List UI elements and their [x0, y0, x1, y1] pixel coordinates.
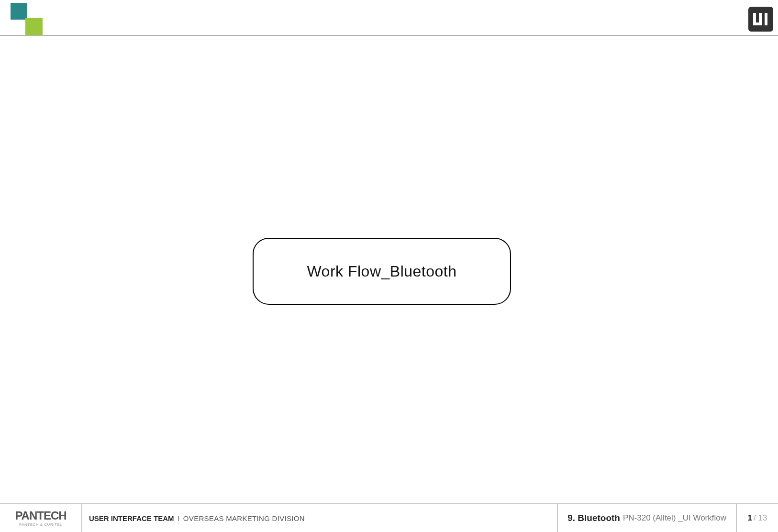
title-box: Work Flow_Bluetooth	[253, 238, 511, 305]
team-division: OVERSEAS MARKETING DIVISION	[183, 514, 305, 522]
logo-square-teal	[11, 3, 27, 20]
footer-logo: PANTECH PANTECH & CURITEL	[0, 504, 82, 532]
svg-rect-2	[759, 13, 762, 25]
section-number: 9. Bluetooth	[567, 513, 620, 523]
svg-rect-3	[765, 13, 767, 25]
footer-section-block: 9. Bluetooth PN-320 (Alltel) _UI Workflo…	[557, 504, 736, 532]
header-logo-squares	[11, 3, 44, 35]
brand-subline: PANTECH & CURITEL	[19, 522, 62, 527]
page-total: / 13	[754, 513, 767, 523]
team-name: USER INTERFACE TEAM	[89, 514, 174, 522]
footer: PANTECH PANTECH & CURITEL USER INTERFACE…	[0, 504, 778, 532]
logo-square-green	[25, 18, 43, 35]
document-title: Work Flow_Bluetooth	[307, 263, 456, 280]
footer-page-block: 1 / 13	[736, 504, 778, 532]
ui-badge-icon	[748, 7, 773, 32]
brand-wordmark: PANTECH	[15, 510, 66, 521]
header-divider	[0, 35, 778, 36]
page-current: 1	[748, 513, 752, 523]
section-subtitle: PN-320 (Alltel) _UI Workflow	[623, 513, 726, 523]
footer-team-block: USER INTERFACE TEAM l OVERSEAS MARKETING…	[82, 504, 557, 532]
team-separator: l	[178, 514, 179, 522]
